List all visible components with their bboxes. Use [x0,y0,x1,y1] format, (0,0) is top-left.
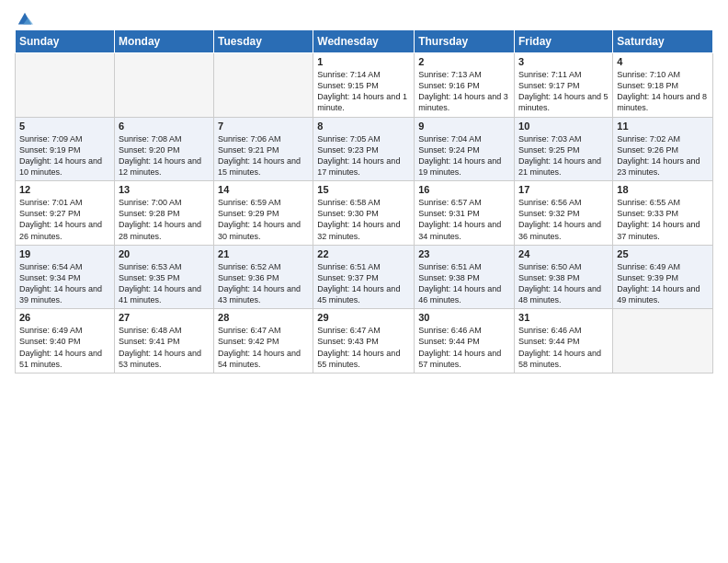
cell-info: Sunrise: 7:13 AMSunset: 9:16 PMDaylight:… [418,69,510,114]
calendar-cell [214,53,313,118]
cell-info: Sunrise: 7:14 AMSunset: 9:15 PMDaylight:… [317,69,410,114]
calendar-cell: 6Sunrise: 7:08 AMSunset: 9:20 PMDaylight… [114,117,213,181]
calendar-cell: 19Sunrise: 6:54 AMSunset: 9:34 PMDayligh… [16,245,115,309]
calendar-cell: 20Sunrise: 6:53 AMSunset: 9:35 PMDayligh… [114,245,213,309]
cell-info: Sunrise: 6:59 AMSunset: 9:29 PMDaylight:… [218,197,309,242]
calendar-week-3: 12Sunrise: 7:01 AMSunset: 9:27 PMDayligh… [16,181,713,246]
calendar-cell: 3Sunrise: 7:11 AMSunset: 9:17 PMDaylight… [515,53,613,118]
calendar-cell: 7Sunrise: 7:06 AMSunset: 9:21 PMDaylight… [214,117,313,181]
day-number: 28 [218,312,309,323]
cell-info: Sunrise: 7:08 AMSunset: 9:20 PMDaylight:… [119,133,210,178]
day-number: 16 [418,184,510,195]
calendar-table: SundayMondayTuesdayWednesdayThursdayFrid… [15,29,713,373]
page: SundayMondayTuesdayWednesdayThursdayFrid… [0,0,728,563]
cell-info: Sunrise: 6:54 AMSunset: 9:34 PMDaylight:… [19,261,110,306]
cell-info: Sunrise: 6:53 AMSunset: 9:35 PMDaylight:… [119,261,210,306]
calendar-cell: 17Sunrise: 6:56 AMSunset: 9:32 PMDayligh… [515,181,613,246]
day-number: 21 [218,248,309,259]
day-number: 22 [317,248,410,259]
logo-icon [17,11,33,28]
cell-info: Sunrise: 6:50 AMSunset: 9:38 PMDaylight:… [518,261,609,306]
day-number: 24 [518,248,609,259]
cell-info: Sunrise: 6:49 AMSunset: 9:39 PMDaylight:… [617,261,709,306]
calendar-cell [613,309,713,373]
day-number: 18 [617,184,709,195]
day-number: 2 [418,56,510,67]
cell-info: Sunrise: 6:56 AMSunset: 9:32 PMDaylight:… [518,197,609,242]
weekday-header-wednesday: Wednesday [313,30,415,53]
cell-info: Sunrise: 6:51 AMSunset: 9:37 PMDaylight:… [317,261,410,306]
calendar-week-2: 5Sunrise: 7:09 AMSunset: 9:19 PMDaylight… [16,117,713,181]
cell-info: Sunrise: 6:46 AMSunset: 9:44 PMDaylight:… [518,325,609,370]
cell-info: Sunrise: 7:02 AMSunset: 9:26 PMDaylight:… [617,133,709,178]
weekday-header-monday: Monday [114,30,213,53]
cell-info: Sunrise: 7:05 AMSunset: 9:23 PMDaylight:… [317,133,410,178]
weekday-header-thursday: Thursday [415,30,515,53]
day-number: 19 [19,248,110,259]
day-number: 4 [617,56,709,67]
calendar-cell: 18Sunrise: 6:55 AMSunset: 9:33 PMDayligh… [613,181,713,246]
calendar-week-1: 1Sunrise: 7:14 AMSunset: 9:15 PMDaylight… [16,53,713,118]
day-number: 11 [617,121,709,132]
calendar-cell: 29Sunrise: 6:47 AMSunset: 9:43 PMDayligh… [313,309,415,373]
cell-info: Sunrise: 7:06 AMSunset: 9:21 PMDaylight:… [218,133,309,178]
weekday-header-friday: Friday [515,30,613,53]
calendar-cell: 24Sunrise: 6:50 AMSunset: 9:38 PMDayligh… [515,245,613,309]
weekday-header-sunday: Sunday [16,30,115,53]
calendar-cell: 15Sunrise: 6:58 AMSunset: 9:30 PMDayligh… [313,181,415,246]
weekday-header-saturday: Saturday [613,30,713,53]
header [15,11,713,22]
calendar-cell: 22Sunrise: 6:51 AMSunset: 9:37 PMDayligh… [313,245,415,309]
calendar-week-4: 19Sunrise: 6:54 AMSunset: 9:34 PMDayligh… [16,245,713,309]
calendar-cell: 14Sunrise: 6:59 AMSunset: 9:29 PMDayligh… [214,181,313,246]
calendar-cell: 25Sunrise: 6:49 AMSunset: 9:39 PMDayligh… [613,245,713,309]
calendar-cell: 8Sunrise: 7:05 AMSunset: 9:23 PMDaylight… [313,117,415,181]
day-number: 20 [119,248,210,259]
cell-info: Sunrise: 7:11 AMSunset: 9:17 PMDaylight:… [518,69,609,114]
weekday-header-tuesday: Tuesday [214,30,313,53]
calendar-cell: 26Sunrise: 6:49 AMSunset: 9:40 PMDayligh… [16,309,115,373]
cell-info: Sunrise: 6:52 AMSunset: 9:36 PMDaylight:… [218,261,309,306]
day-number: 26 [19,312,110,323]
calendar-cell: 5Sunrise: 7:09 AMSunset: 9:19 PMDaylight… [16,117,115,181]
calendar-cell: 21Sunrise: 6:52 AMSunset: 9:36 PMDayligh… [214,245,313,309]
calendar-cell: 11Sunrise: 7:02 AMSunset: 9:26 PMDayligh… [613,117,713,181]
day-number: 15 [317,184,410,195]
cell-info: Sunrise: 6:58 AMSunset: 9:30 PMDaylight:… [317,197,410,242]
calendar-cell: 30Sunrise: 6:46 AMSunset: 9:44 PMDayligh… [415,309,515,373]
day-number: 12 [19,184,110,195]
day-number: 25 [617,248,709,259]
day-number: 9 [418,121,510,132]
calendar-cell: 10Sunrise: 7:03 AMSunset: 9:25 PMDayligh… [515,117,613,181]
cell-info: Sunrise: 7:04 AMSunset: 9:24 PMDaylight:… [418,133,510,178]
cell-info: Sunrise: 6:55 AMSunset: 9:33 PMDaylight:… [617,197,709,242]
day-number: 29 [317,312,410,323]
cell-info: Sunrise: 7:00 AMSunset: 9:28 PMDaylight:… [119,197,210,242]
cell-info: Sunrise: 6:57 AMSunset: 9:31 PMDaylight:… [418,197,510,242]
cell-info: Sunrise: 6:46 AMSunset: 9:44 PMDaylight:… [418,325,510,370]
weekday-header-row: SundayMondayTuesdayWednesdayThursdayFrid… [16,30,713,53]
calendar-cell: 23Sunrise: 6:51 AMSunset: 9:38 PMDayligh… [415,245,515,309]
cell-info: Sunrise: 6:51 AMSunset: 9:38 PMDaylight:… [418,261,510,306]
day-number: 8 [317,121,410,132]
day-number: 3 [518,56,609,67]
day-number: 14 [218,184,309,195]
calendar-cell: 16Sunrise: 6:57 AMSunset: 9:31 PMDayligh… [415,181,515,246]
calendar-cell: 28Sunrise: 6:47 AMSunset: 9:42 PMDayligh… [214,309,313,373]
calendar-cell [114,53,213,118]
calendar-cell: 12Sunrise: 7:01 AMSunset: 9:27 PMDayligh… [16,181,115,246]
cell-info: Sunrise: 6:49 AMSunset: 9:40 PMDaylight:… [19,325,110,370]
calendar-cell: 2Sunrise: 7:13 AMSunset: 9:16 PMDaylight… [415,53,515,118]
calendar-cell: 27Sunrise: 6:48 AMSunset: 9:41 PMDayligh… [114,309,213,373]
cell-info: Sunrise: 6:48 AMSunset: 9:41 PMDaylight:… [119,325,210,370]
day-number: 5 [19,121,110,132]
day-number: 1 [317,56,410,67]
cell-info: Sunrise: 7:09 AMSunset: 9:19 PMDaylight:… [19,133,110,178]
calendar-cell [16,53,115,118]
calendar-cell: 13Sunrise: 7:00 AMSunset: 9:28 PMDayligh… [114,181,213,246]
calendar-cell: 9Sunrise: 7:04 AMSunset: 9:24 PMDaylight… [415,117,515,181]
day-number: 23 [418,248,510,259]
cell-info: Sunrise: 7:01 AMSunset: 9:27 PMDaylight:… [19,197,110,242]
cell-info: Sunrise: 7:10 AMSunset: 9:18 PMDaylight:… [617,69,709,114]
day-number: 13 [119,184,210,195]
